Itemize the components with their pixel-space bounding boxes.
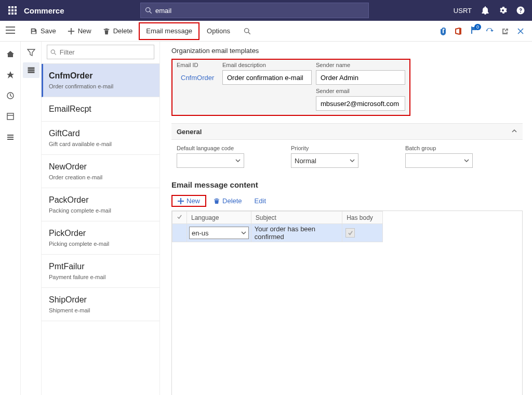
- list-item[interactable]: EmailRecpt: [42, 97, 159, 122]
- chevron-down-icon: [235, 158, 241, 163]
- cmd-search-button[interactable]: [237, 22, 257, 40]
- brand-title: Commerce: [21, 6, 125, 15]
- new-label: New: [78, 27, 91, 35]
- list-item-desc: Gift card available e-mail: [49, 141, 151, 147]
- language-dropdown[interactable]: en-us: [189, 227, 249, 239]
- new-button[interactable]: New: [62, 22, 97, 40]
- svg-rect-18: [28, 68, 34, 69]
- filter-tool-icon[interactable]: [23, 45, 39, 60]
- list-item[interactable]: PickOrderPicking complete e-mail: [42, 221, 159, 255]
- hasbody-cell[interactable]: [342, 224, 383, 242]
- app-launcher-icon[interactable]: [4, 6, 21, 15]
- bell-icon[interactable]: [481, 6, 489, 15]
- popout-icon[interactable]: [501, 27, 509, 35]
- list-item[interactable]: PmtFailurPayment failure e-mail: [42, 255, 159, 288]
- list-item-desc: Picking complete e-mail: [49, 241, 151, 247]
- col-language[interactable]: Language: [187, 212, 251, 224]
- list-item-desc: Order confirmation e-mail: [49, 83, 151, 89]
- refresh-icon[interactable]: [485, 27, 494, 35]
- batchgroup-dropdown[interactable]: [405, 153, 473, 168]
- svg-rect-9: [6, 27, 15, 28]
- content-table: Language Subject Has body en-usYour orde…: [172, 211, 383, 242]
- email-message-button[interactable]: Email message: [139, 22, 200, 40]
- col-hasbody[interactable]: Has body: [342, 212, 383, 224]
- svg-rect-4: [11, 9, 14, 11]
- notifications-button[interactable]: 0: [470, 26, 478, 36]
- save-icon: [30, 28, 37, 35]
- list-item-title: EmailRecpt: [49, 104, 151, 114]
- list-item[interactable]: CnfmOrderOrder confirmation e-mail: [42, 64, 159, 97]
- search-icon: [244, 28, 251, 35]
- delete-button[interactable]: Delete: [98, 22, 138, 40]
- content-edit-label: Edit: [255, 197, 266, 205]
- langcode-label: Default language code: [177, 145, 244, 151]
- emailid-label: Email ID: [177, 62, 218, 68]
- priority-dropdown[interactable]: Normal: [291, 153, 358, 168]
- list-item[interactable]: PackOrderPacking complete e-mail: [42, 188, 159, 221]
- sendername-input[interactable]: [316, 70, 405, 85]
- global-search-input[interactable]: [155, 7, 364, 15]
- desc-input[interactable]: [222, 70, 312, 85]
- senderemail-input[interactable]: [316, 96, 405, 111]
- list-item[interactable]: GiftCardGift card available e-mail: [42, 122, 159, 155]
- svg-rect-3: [8, 9, 10, 11]
- nav-modules-icon[interactable]: [3, 130, 18, 144]
- list-filter-input[interactable]: [60, 48, 151, 56]
- notifications-badge: 0: [474, 24, 481, 30]
- batchgroup-label: Batch group: [405, 145, 473, 151]
- content-new-label: New: [187, 197, 200, 205]
- content-delete-button[interactable]: Delete: [208, 196, 247, 206]
- gear-icon[interactable]: [499, 6, 507, 15]
- svg-rect-13: [7, 113, 14, 120]
- close-icon[interactable]: [516, 27, 525, 35]
- general-panel-header[interactable]: General: [171, 123, 523, 140]
- user-label[interactable]: USRT: [454, 7, 472, 15]
- svg-rect-1: [11, 6, 14, 8]
- list-tool-icon[interactable]: [23, 62, 39, 78]
- content-edit-button[interactable]: Edit: [249, 196, 271, 206]
- nav-favorites-icon[interactable]: [3, 68, 18, 82]
- svg-rect-20: [28, 72, 34, 73]
- content-new-button[interactable]: New: [171, 195, 206, 207]
- content-table-wrap: Language Subject Has body en-usYour orde…: [171, 210, 523, 395]
- content-delete-label: Delete: [222, 197, 242, 205]
- save-button[interactable]: Save: [25, 22, 61, 40]
- nav-toggle-icon[interactable]: [6, 27, 15, 35]
- attach-icon[interactable]: [438, 27, 447, 35]
- langcode-dropdown[interactable]: [177, 153, 244, 168]
- hasbody-checkbox: [345, 228, 355, 238]
- col-select[interactable]: [172, 212, 187, 224]
- global-search[interactable]: [140, 3, 369, 18]
- search-icon: [145, 7, 152, 14]
- col-subject[interactable]: Subject: [251, 212, 342, 224]
- list-item-desc: Order creation e-mail: [49, 174, 151, 180]
- list-item-desc: Shipment e-mail: [49, 307, 151, 313]
- desc-label: Email description: [222, 62, 312, 68]
- plus-icon: [178, 198, 184, 204]
- page-title: Organization email templates: [171, 47, 523, 55]
- help-icon[interactable]: [516, 6, 525, 15]
- svg-rect-6: [8, 12, 10, 15]
- svg-rect-0: [8, 6, 10, 8]
- subject-cell[interactable]: Your order has been confirmed: [251, 224, 342, 242]
- office-icon[interactable]: [454, 27, 462, 35]
- content-heading: Email message content: [171, 180, 523, 189]
- nav-workspaces-icon[interactable]: [3, 109, 18, 124]
- chevron-down-icon: [350, 158, 355, 163]
- nav-recent-icon[interactable]: [3, 88, 18, 103]
- row-select-cell[interactable]: [172, 224, 187, 242]
- table-row[interactable]: en-usYour order has been confirmed: [172, 224, 383, 242]
- list-item[interactable]: ShipOrderShipment e-mail: [42, 288, 159, 321]
- general-heading: General: [177, 128, 202, 136]
- trash-icon: [214, 198, 220, 204]
- list-item[interactable]: NewOrderOrder creation e-mail: [42, 155, 159, 188]
- list-filter[interactable]: [47, 45, 154, 59]
- delete-label: Delete: [113, 27, 133, 35]
- list-item-desc: Packing complete e-mail: [49, 207, 151, 214]
- nav-home-icon[interactable]: [3, 47, 18, 61]
- list-item-title: CnfmOrder: [49, 71, 151, 81]
- options-button[interactable]: Options: [201, 22, 236, 40]
- email-message-label: Email message: [146, 27, 192, 35]
- emailid-value[interactable]: CnfmOrder: [177, 70, 218, 85]
- plus-icon: [68, 28, 75, 35]
